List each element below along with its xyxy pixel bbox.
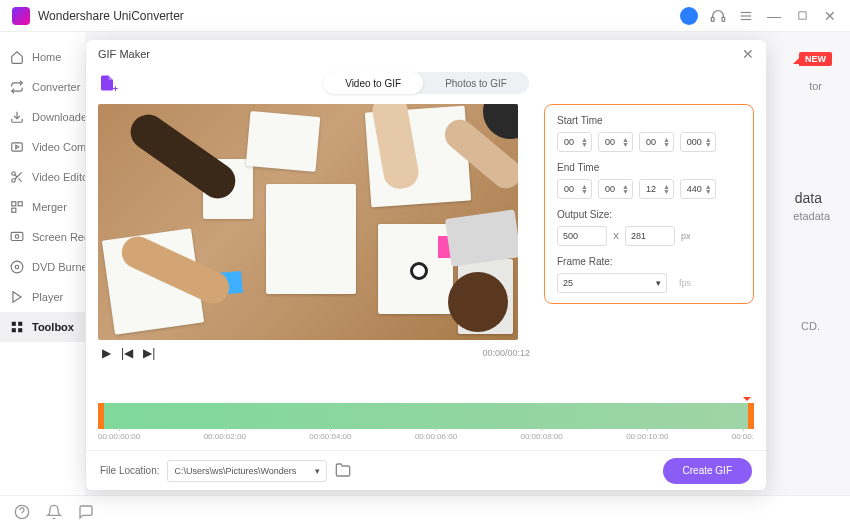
timeline-track[interactable] — [98, 403, 754, 429]
svg-rect-1 — [722, 17, 725, 21]
chevron-down-icon: ▾ — [315, 466, 320, 476]
svg-line-12 — [18, 178, 21, 181]
sidebar-item-label: Screen Recorder — [32, 231, 85, 243]
sidebar-item-label: Merger — [32, 201, 67, 213]
compressor-icon — [10, 140, 24, 154]
output-height-input[interactable] — [625, 226, 675, 246]
help-icon[interactable] — [14, 504, 30, 520]
home-icon — [10, 50, 24, 64]
mode-tabs: Video to GIF Photos to GIF — [323, 72, 529, 94]
bg-text: etadata — [793, 210, 830, 222]
sidebar-item-label: Toolbox — [32, 321, 74, 333]
browse-folder-icon[interactable] — [335, 462, 353, 480]
tab-video-to-gif[interactable]: Video to GIF — [323, 72, 423, 94]
svg-point-19 — [11, 261, 23, 273]
start-hour-input[interactable]: 00▲▼ — [557, 132, 592, 152]
timeline-ticks: 00:00:00:00 00:00:02:00 00:00:04:00 00:0… — [98, 432, 754, 450]
playback-time: 00:00/00:12 — [482, 348, 530, 358]
app-title: Wondershare UniConverter — [38, 9, 680, 23]
sidebar-item-label: Player — [32, 291, 63, 303]
sidebar-item-merger[interactable]: Merger — [0, 192, 85, 222]
size-px-label: px — [681, 231, 691, 241]
sidebar-item-compressor[interactable]: Video Compressor — [0, 132, 85, 162]
feedback-icon[interactable] — [78, 504, 94, 520]
end-hour-input[interactable]: 00▲▼ — [557, 179, 592, 199]
svg-point-9 — [12, 172, 16, 176]
sidebar-item-downloader[interactable]: Downloader — [0, 102, 85, 132]
titlebar: Wondershare UniConverter — ✕ — [0, 0, 850, 32]
end-time-label: End Time — [557, 162, 741, 173]
svg-marker-21 — [13, 292, 21, 303]
next-frame-button[interactable]: ▶| — [143, 346, 155, 360]
sidebar-item-label: Home — [32, 51, 61, 63]
trim-end-handle[interactable] — [748, 403, 754, 429]
svg-marker-8 — [16, 145, 19, 149]
menu-icon[interactable] — [738, 8, 754, 24]
bg-text: CD. — [801, 320, 820, 332]
maximize-icon[interactable] — [794, 8, 810, 24]
end-min-input[interactable]: 00▲▼ — [598, 179, 633, 199]
sidebar-item-label: Video Editor — [32, 171, 85, 183]
sidebar-item-editor[interactable]: Video Editor — [0, 162, 85, 192]
sidebar-item-converter[interactable]: Converter — [0, 72, 85, 102]
gif-maker-modal: GIF Maker ✕ + Video to GIF Photos to GIF… — [86, 40, 766, 490]
add-file-icon[interactable]: + — [98, 74, 116, 92]
modal-title: GIF Maker — [98, 48, 150, 60]
sidebar-item-toolbox[interactable]: Toolbox — [0, 312, 85, 342]
start-min-input[interactable]: 00▲▼ — [598, 132, 633, 152]
scissors-icon — [10, 170, 24, 184]
modal-footer: File Location: C:\Users\ws\Pictures\Wond… — [86, 450, 766, 490]
create-gif-button[interactable]: Create GIF — [663, 458, 752, 484]
converter-icon — [10, 80, 24, 94]
sidebar-item-label: DVD Burner — [32, 261, 85, 273]
disc-icon — [10, 260, 24, 274]
prev-frame-button[interactable]: |◀ — [121, 346, 133, 360]
file-location-input[interactable]: C:\Users\ws\Pictures\Wonders▾ — [167, 460, 327, 482]
tab-photos-to-gif[interactable]: Photos to GIF — [423, 72, 529, 94]
end-sec-input[interactable]: 12▲▼ — [639, 179, 674, 199]
close-icon[interactable]: ✕ — [742, 46, 754, 62]
svg-rect-17 — [11, 232, 23, 240]
end-ms-input[interactable]: 440▲▼ — [680, 179, 716, 199]
sidebar-item-label: Video Compressor — [32, 141, 85, 153]
play-icon — [10, 290, 24, 304]
recorder-icon — [10, 230, 24, 244]
headset-icon[interactable] — [710, 8, 726, 24]
svg-rect-0 — [711, 17, 714, 21]
trim-start-handle[interactable] — [98, 403, 104, 429]
new-badge: NEW — [799, 52, 832, 66]
start-time-label: Start Time — [557, 115, 741, 126]
sidebar-item-recorder[interactable]: Screen Recorder — [0, 222, 85, 252]
chevron-down-icon: ▾ — [656, 278, 661, 288]
sidebar-item-home[interactable]: Home — [0, 42, 85, 72]
size-x-separator: X — [613, 231, 619, 241]
svg-point-20 — [15, 265, 19, 269]
svg-rect-15 — [18, 202, 22, 206]
svg-rect-14 — [12, 202, 16, 206]
account-icon[interactable] — [680, 7, 698, 25]
bg-text: data — [795, 190, 822, 206]
sidebar: Home Converter Downloader Video Compress… — [0, 32, 85, 495]
svg-rect-25 — [18, 328, 22, 332]
app-logo — [12, 7, 30, 25]
sidebar-item-dvd[interactable]: DVD Burner — [0, 252, 85, 282]
svg-rect-24 — [12, 328, 16, 332]
start-ms-input[interactable]: 000▲▼ — [680, 132, 716, 152]
video-preview[interactable] — [98, 104, 518, 340]
minimize-icon[interactable]: — — [766, 8, 782, 24]
bell-icon[interactable] — [46, 504, 62, 520]
file-location-label: File Location: — [100, 465, 159, 476]
timeline: 00:00:00:00 00:00:02:00 00:00:04:00 00:0… — [86, 399, 766, 450]
bg-text: tor — [809, 80, 822, 92]
merger-icon — [10, 200, 24, 214]
bottombar — [0, 495, 850, 527]
start-sec-input[interactable]: 00▲▼ — [639, 132, 674, 152]
toolbox-icon — [10, 320, 24, 334]
frame-rate-select[interactable]: 25▾ — [557, 273, 667, 293]
svg-rect-5 — [798, 12, 805, 19]
play-button[interactable]: ▶ — [102, 346, 111, 360]
close-icon[interactable]: ✕ — [822, 8, 838, 24]
sidebar-item-label: Converter — [32, 81, 80, 93]
output-width-input[interactable] — [557, 226, 607, 246]
sidebar-item-player[interactable]: Player — [0, 282, 85, 312]
